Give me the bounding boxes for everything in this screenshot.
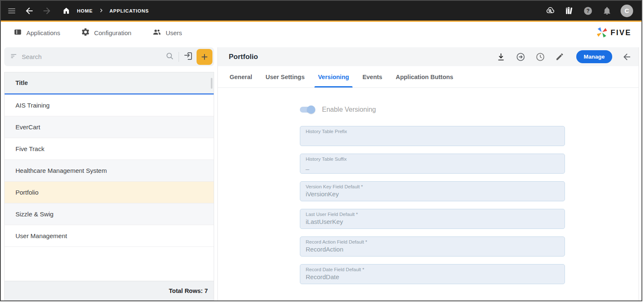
field-label: History Table Suffix xyxy=(306,157,559,162)
avatar[interactable]: C xyxy=(621,5,633,17)
notifications-bell-icon[interactable] xyxy=(602,6,612,16)
enable-versioning-toggle[interactable] xyxy=(300,107,314,113)
row-title: Portfolio xyxy=(15,189,38,196)
application-detail-panel: Portfolio Manage xyxy=(217,47,639,300)
download-icon[interactable] xyxy=(496,52,506,62)
gear-wrench-icon xyxy=(81,28,90,38)
field-label: Record Date Field Default * xyxy=(306,267,559,272)
five-pinwheel-icon xyxy=(595,26,608,40)
field-version-key-field-default[interactable]: Version Key Field Default * iVersionKey xyxy=(300,181,565,201)
users-icon xyxy=(152,27,161,38)
detail-tabs: General User Settings Versioning Events … xyxy=(218,66,639,88)
module-users-label: Users xyxy=(166,29,182,36)
field-label: Version Key Field Default * xyxy=(306,184,559,189)
field-label: Last User Field Default * xyxy=(306,212,559,217)
field-value: RecordDate xyxy=(306,273,559,281)
total-rows-label: Total Rows: 7 xyxy=(169,288,208,294)
chevron-right-icon xyxy=(99,7,104,15)
edit-pencil-icon[interactable] xyxy=(555,52,565,62)
row-title: AIS Training xyxy=(15,102,50,109)
search-input[interactable] xyxy=(22,53,165,60)
field-value: _ xyxy=(306,163,559,170)
tab-general[interactable]: General xyxy=(223,66,259,87)
tab-events[interactable]: Events xyxy=(356,66,389,87)
home-icon[interactable] xyxy=(61,6,71,16)
field-history-table-prefix[interactable]: History Table Prefix xyxy=(300,126,565,146)
table-scrollbar-thumb[interactable] xyxy=(211,78,212,89)
field-value: RecordAction xyxy=(306,246,559,253)
table-row-ais-training[interactable]: AIS Training xyxy=(5,95,214,116)
breadcrumb-home[interactable]: HOME xyxy=(77,8,93,13)
breadcrumb: HOME APPLICATIONS xyxy=(61,6,149,16)
detail-header: Portfolio Manage xyxy=(218,47,639,66)
history-clock-icon[interactable] xyxy=(535,52,545,62)
svg-text:?: ? xyxy=(586,8,590,14)
tab-application-buttons[interactable]: Application Buttons xyxy=(389,66,460,87)
module-configuration-label: Configuration xyxy=(94,29,131,36)
field-value xyxy=(306,135,559,143)
module-users[interactable]: Users xyxy=(152,27,182,38)
five-logo-text: FIVE xyxy=(611,28,631,37)
go-to-arrow-circle-icon[interactable] xyxy=(516,52,526,62)
field-label: Record Action Field Default * xyxy=(306,239,559,244)
field-record-date-field-default[interactable]: Record Date Field Default * RecordDate xyxy=(300,264,565,284)
cloud-inspect-icon[interactable] xyxy=(545,6,555,16)
table-row-sizzle-and-swig[interactable]: Sizzle & Swig xyxy=(5,203,214,225)
forward-arrow-icon[interactable] xyxy=(42,6,52,16)
applications-list-panel: Title AIS Training EverCart Five Track H… xyxy=(4,47,214,300)
search-bar xyxy=(4,47,214,66)
table-row-evercart[interactable]: EverCart xyxy=(5,116,214,138)
module-bar: Applications Configuration Users xyxy=(1,23,641,42)
applications-table: Title AIS Training EverCart Five Track H… xyxy=(4,72,214,300)
row-title: EverCart xyxy=(15,123,40,131)
open-record-icon[interactable] xyxy=(183,51,193,63)
five-logo: FIVE xyxy=(595,26,631,40)
help-icon[interactable]: ? xyxy=(583,6,593,16)
page-title: Portfolio xyxy=(229,53,496,61)
search-icon[interactable] xyxy=(165,51,174,62)
module-configuration[interactable]: Configuration xyxy=(81,28,131,38)
filter-icon[interactable] xyxy=(10,52,18,62)
title-column-header: Title xyxy=(15,80,28,86)
back-arrow-icon[interactable] xyxy=(24,6,34,16)
table-row-five-track[interactable]: Five Track xyxy=(5,138,214,160)
field-label: History Table Prefix xyxy=(306,129,559,134)
table-row-portfolio[interactable]: Portfolio xyxy=(5,182,214,203)
field-record-action-field-default[interactable]: Record Action Field Default * RecordActi… xyxy=(300,236,565,257)
row-title: User Management xyxy=(15,232,67,239)
module-applications-label: Applications xyxy=(26,29,60,36)
row-title: Five Track xyxy=(15,145,44,152)
applications-panel-icon xyxy=(13,28,22,38)
menu-hamburger-icon[interactable] xyxy=(7,6,17,16)
field-value: iVersionKey xyxy=(306,190,559,198)
table-empty-space xyxy=(5,247,214,281)
table-footer: Total Rows: 7 xyxy=(5,281,214,300)
table-header-title[interactable]: Title xyxy=(5,72,214,95)
tab-versioning[interactable]: Versioning xyxy=(311,66,355,87)
row-title: Healthcare Management System xyxy=(15,167,107,174)
table-row-user-management[interactable]: User Management xyxy=(5,225,214,247)
collapse-left-arrow-icon[interactable] xyxy=(622,52,632,62)
module-applications[interactable]: Applications xyxy=(13,28,60,38)
versioning-form: Enable Versioning History Table Prefix H… xyxy=(218,88,639,300)
toggle-knob xyxy=(307,105,315,114)
field-value: iLastUserKey xyxy=(306,218,559,226)
field-history-table-suffix[interactable]: History Table Suffix _ xyxy=(300,154,565,174)
search-divider xyxy=(179,52,179,62)
table-row-healthcare-management-system[interactable]: Healthcare Management System xyxy=(5,160,214,182)
breadcrumb-applications[interactable]: APPLICATIONS xyxy=(110,8,149,13)
top-navigation-bar: HOME APPLICATIONS xyxy=(1,1,641,22)
field-last-user-field-default[interactable]: Last User Field Default * iLastUserKey xyxy=(300,209,565,229)
enable-versioning-label: Enable Versioning xyxy=(322,106,376,113)
row-title: Sizzle & Swig xyxy=(15,211,54,218)
tab-user-settings[interactable]: User Settings xyxy=(259,66,311,87)
app-window: HOME APPLICATIONS xyxy=(0,0,642,301)
add-application-button[interactable] xyxy=(197,49,212,65)
library-books-icon[interactable] xyxy=(564,6,574,16)
manage-button[interactable]: Manage xyxy=(576,50,612,63)
